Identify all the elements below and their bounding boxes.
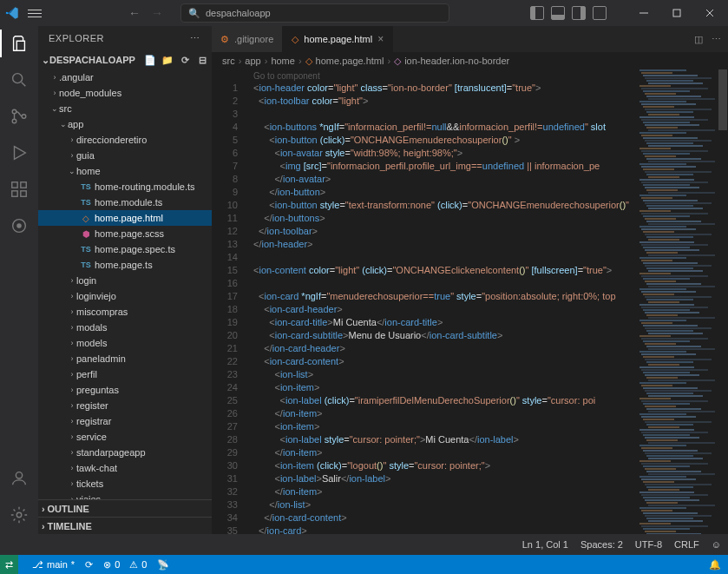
minimize-button[interactable] [631,4,657,22]
status-spaces[interactable]: Spaces: 2 [580,539,623,550]
customize-layout-icon[interactable] [593,6,607,20]
branch-icon: ⎇ [32,559,43,571]
tree-folder[interactable]: ›preguntas [38,382,212,398]
tree-folder[interactable]: ⌄app [38,116,212,132]
svg-point-15 [16,472,22,478]
search-text: despachaloapp [206,8,271,18]
sidebar-header: EXPLORER ⋯ [38,26,212,50]
tree-folder[interactable]: ›node_modules [38,85,212,101]
svg-rect-10 [12,191,17,196]
error-icon: ⊗ [103,559,111,571]
tab-gitignore[interactable]: ⚙.gitignore [212,26,283,52]
svg-point-16 [16,512,22,518]
breadcrumb[interactable]: src› app› home› ◇home.page.html› ◇ion-he… [212,52,728,69]
svg-point-14 [16,223,22,228]
status-feedback-icon[interactable]: ☺ [712,539,721,550]
minimap[interactable] [638,69,716,534]
project-header[interactable]: ⌄ DESPACHALOAPP 📄 📁 ⟳ ⊟ [38,50,212,69]
command-center-search[interactable]: 🔍 despachaloapp [180,3,449,23]
tree-folder[interactable]: ›models [38,335,212,351]
settings-gear-icon[interactable] [9,505,30,525]
svg-rect-1 [673,10,680,16]
status-encoding[interactable]: UTF-8 [635,539,662,550]
tree-folder[interactable]: ›paneladmin [38,351,212,366]
outline-section[interactable]: › OUTLINE [38,499,212,517]
tree-folder[interactable]: ›miscompras [38,304,212,320]
tree-folder[interactable]: ›tickets [38,476,212,492]
activity-bar [0,26,38,534]
nav-back-icon[interactable]: ← [128,6,141,20]
maximize-button[interactable] [664,4,690,22]
split-editor-icon[interactable]: ◫ [694,34,703,45]
problems[interactable]: ⊗0 ⚠0 [103,559,147,571]
svg-line-5 [22,82,26,87]
svg-point-7 [12,119,16,123]
tree-folder[interactable]: ›standarpageapp [38,445,212,460]
svg-rect-9 [12,182,17,188]
tree-folder[interactable]: ›direccionderetiro [38,132,212,148]
sidebar-title: EXPLORER [49,33,104,43]
new-folder-icon[interactable]: 📁 [161,55,174,66]
toggle-panel-left-icon[interactable] [530,6,544,20]
refresh-icon[interactable]: ⟳ [179,55,191,66]
tree-file-selected[interactable]: ◇home.page.html [38,210,212,226]
file-tree: ›.angular ›node_modules ⌄src ⌄app ›direc… [38,69,212,499]
tree-folder[interactable]: ›tawk-chat [38,460,212,476]
source-control-icon[interactable] [9,106,30,127]
tree-file[interactable]: ⬢home.page.scss [38,226,212,241]
status-ln-col[interactable]: Ln 1, Col 1 [522,539,568,550]
sidebar-more-icon[interactable]: ⋯ [190,33,201,44]
status-eol[interactable]: CRLF [674,539,699,550]
tree-file[interactable]: TShome-routing.module.ts [38,179,212,195]
remote-indicator-icon[interactable]: ⇄ [0,555,18,574]
search-icon[interactable] [9,69,30,90]
toggle-panel-right-icon[interactable] [572,6,586,20]
vertical-scrollbar[interactable] [718,69,728,534]
tree-folder[interactable]: ›perfil [38,366,212,382]
git-branch[interactable]: ⎇main* [32,559,75,571]
code-lines[interactable]: <ion-header color="light" class="ion-no-… [253,82,641,534]
tree-folder[interactable]: ›guia [38,148,212,163]
tree-folder[interactable]: ›registrar [38,413,212,429]
svg-point-4 [13,74,23,83]
tree-folder[interactable]: ›loginviejo [38,288,212,304]
svg-point-8 [22,115,26,119]
tree-folder[interactable]: ›login [38,273,212,288]
tree-folder[interactable]: ⌄home [38,163,212,179]
tab-home-page[interactable]: ◇home.page.html× [283,26,393,52]
explorer-icon[interactable] [9,33,30,54]
radio-tower-icon[interactable]: 📡 [157,559,169,571]
tree-file[interactable]: TShome.page.spec.ts [38,241,212,257]
extensions-icon[interactable] [9,179,30,200]
tree-folder[interactable]: ›register [38,398,212,413]
editor-tabs: ⚙.gitignore ◇home.page.html× ◫ ⋯ [212,26,728,52]
tab-close-icon[interactable]: × [377,33,384,45]
svg-rect-11 [21,191,26,196]
vscode-logo-icon [5,6,19,20]
status-bar: ⇄ ⎇main* ⟳ ⊗0 ⚠0 📡 🔔 [0,555,728,574]
tree-folder[interactable]: ›.angular [38,69,212,85]
new-file-icon[interactable]: 📄 [144,55,156,66]
notifications-bell-icon[interactable]: 🔔 [709,559,721,571]
tree-file[interactable]: TShome.page.ts [38,257,212,273]
collapse-icon[interactable]: ⊟ [196,55,208,66]
tree-folder[interactable]: ⌄src [38,101,212,116]
tree-folder[interactable]: ›viajes [38,492,212,499]
tree-file[interactable]: TShome.module.ts [38,195,212,210]
search-icon: 🔍 [188,8,200,19]
target-icon[interactable] [9,215,30,236]
run-debug-icon[interactable] [9,142,30,163]
project-name: DESPACHALOAPP [49,55,135,65]
hamburger-menu-icon[interactable] [26,4,43,22]
warning-icon: ⚠ [129,559,138,571]
tree-folder[interactable]: ›modals [38,320,212,335]
timeline-section[interactable]: › TIMELINE [38,517,212,534]
toggle-panel-bottom-icon[interactable] [551,6,565,20]
svg-point-6 [12,109,16,114]
code-lens-hint[interactable]: Go to component [253,69,320,82]
tree-folder[interactable]: ›service [38,429,212,445]
close-button[interactable] [697,4,723,22]
more-actions-icon[interactable]: ⋯ [712,34,721,45]
git-sync-icon[interactable]: ⟳ [85,559,93,571]
account-icon[interactable] [9,468,30,489]
